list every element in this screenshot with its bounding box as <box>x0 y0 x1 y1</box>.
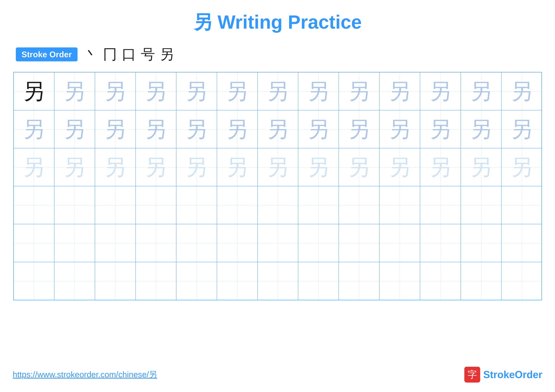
cell-4-13[interactable] <box>501 186 542 224</box>
cell-2-8: 另 <box>298 110 339 148</box>
stroke-3: 口 <box>122 45 136 64</box>
cell-6-9[interactable] <box>339 262 380 300</box>
cell-4-7[interactable] <box>258 186 298 224</box>
char-display: 另 <box>185 80 208 102</box>
grid-row-3: 另 另 另 另 另 另 另 另 另 另 另 另 另 <box>14 148 541 186</box>
cell-4-3[interactable] <box>95 186 136 224</box>
char-display: 另 <box>63 118 86 140</box>
char-display: 另 <box>389 118 411 140</box>
cell-4-11[interactable] <box>420 186 461 224</box>
char-display: 另 <box>267 118 289 140</box>
cell-5-1[interactable] <box>14 224 54 262</box>
char-display: 另 <box>389 80 411 102</box>
cell-3-4: 另 <box>136 148 176 186</box>
cell-5-11[interactable] <box>420 224 461 262</box>
char-display: 另 <box>348 80 370 102</box>
cell-4-5[interactable] <box>176 186 217 224</box>
cell-3-12: 另 <box>461 148 501 186</box>
cell-2-11: 另 <box>420 110 461 148</box>
footer-url[interactable]: https://www.strokeorder.com/chinese/另 <box>13 369 157 380</box>
cell-4-2[interactable] <box>54 186 95 224</box>
char-display: 另 <box>226 80 248 102</box>
cell-6-1[interactable] <box>14 262 54 300</box>
cell-2-6: 另 <box>217 110 258 148</box>
char-display: 另 <box>104 156 126 178</box>
char-display: 另 <box>104 118 126 140</box>
cell-5-8[interactable] <box>298 224 339 262</box>
cell-6-10[interactable] <box>380 262 420 300</box>
cell-3-11: 另 <box>420 148 461 186</box>
cell-4-1[interactable] <box>14 186 54 224</box>
cell-5-4[interactable] <box>136 224 176 262</box>
cell-6-12[interactable] <box>461 262 501 300</box>
cell-5-5[interactable] <box>176 224 217 262</box>
char-display: 另 <box>307 118 329 140</box>
cell-5-6[interactable] <box>217 224 258 262</box>
char-display: 另 <box>63 80 86 102</box>
stroke-5: 另 <box>160 45 174 64</box>
cell-6-13[interactable] <box>501 262 542 300</box>
cell-6-7[interactable] <box>258 262 298 300</box>
cell-3-9: 另 <box>339 148 380 186</box>
cell-5-12[interactable] <box>461 224 501 262</box>
grid-row-4 <box>14 186 541 224</box>
cell-4-12[interactable] <box>461 186 501 224</box>
footer-logo: 字 StrokeOrder <box>464 367 542 383</box>
char-display: 另 <box>511 118 533 140</box>
cell-1-2: 另 <box>54 72 95 110</box>
cell-5-7[interactable] <box>258 224 298 262</box>
page-title: 另 Writing Practice <box>193 9 362 35</box>
cell-6-3[interactable] <box>95 262 136 300</box>
cell-6-2[interactable] <box>54 262 95 300</box>
char-display: 另 <box>145 80 167 102</box>
char-display: 另 <box>511 156 533 178</box>
cell-2-12: 另 <box>461 110 501 148</box>
cell-6-5[interactable] <box>176 262 217 300</box>
char-display: 另 <box>23 118 45 140</box>
char-display: 另 <box>470 156 492 178</box>
footer: https://www.strokeorder.com/chinese/另 字 … <box>13 367 542 383</box>
cell-6-6[interactable] <box>217 262 258 300</box>
char-display: 另 <box>267 156 289 178</box>
stroke-4: 号 <box>141 45 155 64</box>
grid-row-5 <box>14 224 541 262</box>
char-display: 另 <box>63 156 86 178</box>
char-display: 另 <box>429 118 452 140</box>
grid-row-6 <box>14 262 541 300</box>
cell-3-2: 另 <box>54 148 95 186</box>
cell-6-8[interactable] <box>298 262 339 300</box>
char-display: 另 <box>226 118 248 140</box>
cell-4-8[interactable] <box>298 186 339 224</box>
cell-5-9[interactable] <box>339 224 380 262</box>
char-display: 另 <box>307 80 329 102</box>
char-display: 另 <box>511 80 533 102</box>
cell-4-4[interactable] <box>136 186 176 224</box>
cell-3-5: 另 <box>176 148 217 186</box>
cell-1-8: 另 <box>298 72 339 110</box>
cell-2-1: 另 <box>14 110 54 148</box>
cell-5-13[interactable] <box>501 224 542 262</box>
cell-1-3: 另 <box>95 72 136 110</box>
cell-1-10: 另 <box>380 72 420 110</box>
cell-6-4[interactable] <box>136 262 176 300</box>
cell-2-10: 另 <box>380 110 420 148</box>
logo-text: StrokeOrder <box>483 369 542 380</box>
char-display: 另 <box>104 80 126 102</box>
page: 另 Writing Practice Stroke Order 丶 冂 口 号 … <box>0 0 555 392</box>
cell-1-7: 另 <box>258 72 298 110</box>
cell-1-1: 另 <box>14 72 54 110</box>
cell-5-10[interactable] <box>380 224 420 262</box>
cell-1-11: 另 <box>420 72 461 110</box>
char-display: 另 <box>226 156 248 178</box>
cell-5-2[interactable] <box>54 224 95 262</box>
cell-4-10[interactable] <box>380 186 420 224</box>
stroke-sequence: 丶 冂 口 号 另 <box>84 45 174 64</box>
stroke-1: 丶 <box>84 45 98 64</box>
cell-3-13: 另 <box>501 148 542 186</box>
cell-4-9[interactable] <box>339 186 380 224</box>
grid-row-1: 另 另 另 另 另 另 另 另 另 另 另 另 另 <box>14 72 541 110</box>
cell-4-6[interactable] <box>217 186 258 224</box>
cell-6-11[interactable] <box>420 262 461 300</box>
cell-5-3[interactable] <box>95 224 136 262</box>
cell-1-9: 另 <box>339 72 380 110</box>
